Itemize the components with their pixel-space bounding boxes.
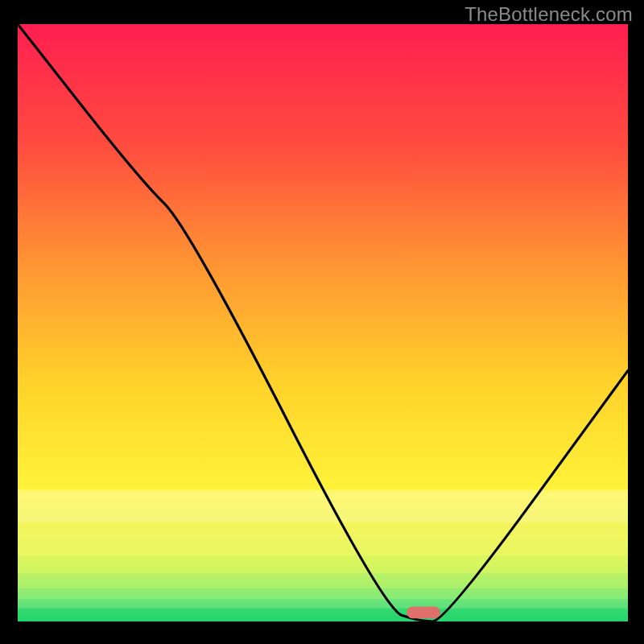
watermark-text: TheBottleneck.com <box>464 3 633 26</box>
border-right <box>628 0 644 644</box>
border-bottom <box>0 621 644 644</box>
bottleneck-chart <box>0 0 644 644</box>
gradient-band <box>18 523 628 556</box>
border-left <box>0 0 18 644</box>
gradient-band <box>18 600 628 609</box>
gradient-band <box>18 588 628 599</box>
gradient-band <box>18 609 628 621</box>
optimal-marker <box>407 606 440 618</box>
gradient-band <box>18 555 628 573</box>
chart-frame: TheBottleneck.com <box>0 0 644 644</box>
gradient-band <box>18 574 628 589</box>
